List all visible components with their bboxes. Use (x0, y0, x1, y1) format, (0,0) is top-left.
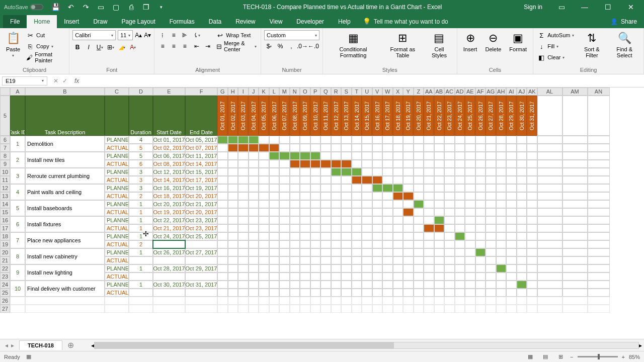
gantt-cell[interactable] (290, 160, 300, 168)
gantt-cell[interactable] (403, 136, 414, 144)
tab-file[interactable]: File (3, 15, 27, 28)
end-date-cell[interactable]: Oct 17, 2017 (185, 176, 217, 184)
formula-input[interactable] (82, 77, 644, 85)
gantt-cell[interactable] (486, 264, 496, 273)
gantt-cell[interactable] (310, 176, 321, 184)
gantt-cell[interactable] (331, 264, 342, 273)
empty-cell[interactable] (455, 297, 465, 305)
gantt-cell[interactable] (238, 160, 249, 168)
gantt-cell[interactable] (414, 248, 424, 256)
plan-actual-label[interactable]: PLANNED (105, 216, 129, 224)
gantt-cell[interactable] (444, 200, 455, 208)
gantt-cell[interactable] (414, 184, 424, 192)
empty-cell[interactable] (537, 152, 562, 160)
gantt-cell[interactable] (403, 208, 414, 216)
gantt-cell[interactable] (352, 232, 362, 240)
empty-cell[interactable] (475, 305, 486, 313)
gantt-cell[interactable] (320, 232, 331, 240)
gantt-cell[interactable] (517, 208, 527, 216)
empty-cell[interactable] (496, 305, 507, 313)
col-header[interactable]: AB (434, 87, 445, 96)
gantt-cell[interactable] (403, 152, 414, 160)
gantt-cell[interactable] (259, 160, 269, 168)
gantt-cell[interactable] (424, 176, 434, 184)
empty-cell[interactable] (537, 256, 562, 264)
empty-cell[interactable] (228, 297, 238, 305)
gantt-cell[interactable] (496, 152, 507, 160)
col-header[interactable]: Q (320, 87, 331, 96)
col-header[interactable]: L (269, 87, 280, 96)
cond-format-button[interactable]: ▦Conditional Formatting (326, 30, 380, 59)
gantt-cell[interactable] (403, 216, 414, 224)
gantt-cell[interactable] (372, 192, 383, 200)
gantt-cell[interactable] (269, 289, 280, 297)
gantt-cell[interactable] (486, 281, 496, 289)
empty-cell[interactable] (269, 297, 280, 305)
gantt-cell[interactable] (486, 136, 496, 144)
gantt-cell[interactable] (496, 136, 507, 144)
gantt-cell[interactable] (310, 136, 321, 144)
gantt-cell[interactable] (414, 264, 424, 273)
gantt-cell[interactable] (362, 184, 372, 192)
gantt-cell[interactable] (320, 184, 331, 192)
gantt-cell[interactable] (496, 200, 507, 208)
empty-cell[interactable] (341, 305, 352, 313)
task-desc-cell[interactable]: Final delivery with customer (25, 281, 105, 297)
gantt-cell[interactable] (331, 192, 342, 200)
gantt-cell[interactable] (465, 240, 475, 248)
empty-cell[interactable] (527, 297, 537, 305)
gantt-cell[interactable] (259, 184, 269, 192)
gantt-cell[interactable] (217, 281, 228, 289)
empty-cell[interactable] (537, 160, 562, 168)
gantt-cell[interactable] (455, 184, 465, 192)
gantt-cell[interactable] (259, 136, 269, 144)
gantt-cell[interactable] (403, 232, 414, 240)
empty-cell[interactable] (259, 297, 269, 305)
font-name-select[interactable]: Calibri▾ (72, 30, 116, 40)
gantt-cell[interactable] (269, 281, 280, 289)
gantt-cell[interactable] (290, 200, 300, 208)
format-table-button[interactable]: ⊞Format as Table (382, 30, 423, 59)
end-date-cell[interactable]: Oct 27, 2017 (185, 248, 217, 256)
gantt-cell[interactable] (290, 240, 300, 248)
empty-cell[interactable] (320, 297, 331, 305)
gantt-cell[interactable] (331, 200, 342, 208)
task-desc-cell[interactable]: Place new appliances (25, 232, 105, 248)
gantt-cell[interactable] (290, 216, 300, 224)
gantt-cell[interactable] (352, 160, 362, 168)
empty-cell[interactable] (588, 152, 610, 160)
zoom-out-icon[interactable]: − (570, 354, 573, 360)
gantt-cell[interactable] (475, 232, 486, 240)
gantt-cell[interactable] (527, 192, 537, 200)
gantt-cell[interactable] (362, 281, 372, 289)
gantt-cell[interactable] (527, 144, 537, 152)
end-date-cell[interactable]: Oct 31, 2017 (185, 281, 217, 289)
empty-cell[interactable] (562, 200, 588, 208)
gantt-cell[interactable] (372, 144, 383, 152)
gantt-cell[interactable] (300, 168, 310, 176)
gantt-cell[interactable] (517, 176, 527, 184)
empty-cell[interactable] (588, 200, 610, 208)
align-left-icon[interactable]: ≡ (157, 41, 168, 51)
gantt-cell[interactable] (382, 208, 393, 216)
gantt-cell[interactable] (424, 264, 434, 273)
gantt-cell[interactable] (496, 281, 507, 289)
gantt-cell[interactable] (269, 232, 280, 240)
gantt-cell[interactable] (372, 184, 383, 192)
gantt-cell[interactable] (517, 256, 527, 264)
plan-actual-label[interactable]: PLANNED (105, 200, 129, 208)
task-id-cell[interactable]: 4 (10, 184, 25, 200)
gantt-cell[interactable] (228, 232, 238, 240)
task-desc-cell[interactable]: Paint walls and ceiling (25, 184, 105, 200)
empty-cell[interactable] (238, 305, 249, 313)
gantt-cell[interactable] (352, 264, 362, 273)
gantt-cell[interactable] (228, 264, 238, 273)
gantt-cell[interactable] (434, 232, 445, 240)
col-header[interactable]: B (25, 87, 105, 96)
gantt-cell[interactable] (269, 264, 280, 273)
gantt-cell[interactable] (414, 224, 424, 232)
gantt-cell[interactable] (403, 168, 414, 176)
gantt-cell[interactable] (249, 232, 259, 240)
gantt-cell[interactable] (238, 144, 249, 152)
gantt-cell[interactable] (320, 216, 331, 224)
